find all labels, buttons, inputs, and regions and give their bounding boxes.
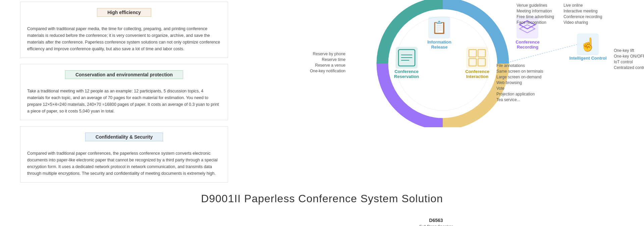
- svg-text:Centralized control: Centralized control: [614, 65, 644, 70]
- d6563-sublabel: Full Rang Speaker: [419, 224, 452, 226]
- svg-text:One-key notification: One-key notification: [310, 69, 345, 73]
- svg-text:Release: Release: [431, 45, 447, 50]
- card-header-efficiency: High efficiency: [20, 6, 228, 19]
- svg-text:Interactive meeting: Interactive meeting: [564, 9, 597, 13]
- svg-text:Free time advertising: Free time advertising: [517, 14, 554, 19]
- card-title-confidentiality: Confidentiality & Security: [85, 133, 163, 141]
- card-header-conservation: Conservation and environmental protectio…: [20, 68, 228, 81]
- svg-text:Large screen on-demand: Large screen on-demand: [496, 75, 541, 79]
- svg-text:Conference: Conference: [394, 69, 419, 74]
- diagram-svg: Conference Reservation 📋 Information Rel…: [241, 0, 644, 127]
- svg-text:Reservation: Reservation: [394, 74, 419, 79]
- svg-text:One-key ON/OFF: One-key ON/OFF: [614, 54, 644, 59]
- d6563-label: D6563: [429, 218, 443, 223]
- card-body-conservation: Take a traditional meeting with 12 peopl…: [20, 85, 228, 120]
- svg-text:Venue guidelines: Venue guidelines: [517, 3, 547, 8]
- svg-text:Reserve by phone: Reserve by phone: [313, 52, 346, 56]
- svg-text:Tea service...: Tea service...: [496, 97, 520, 102]
- svg-text:Interaction: Interaction: [466, 74, 489, 79]
- svg-text:Reserve time: Reserve time: [322, 57, 345, 62]
- svg-text:Live online: Live online: [564, 3, 583, 8]
- svg-text:☝: ☝: [580, 37, 596, 52]
- svg-text:Video sharing: Video sharing: [564, 20, 588, 25]
- node-information-release: 📋: [428, 17, 450, 39]
- svg-text:One-key lift: One-key lift: [614, 48, 634, 53]
- right-column: Conference Reservation 📋 Information Rel…: [241, 0, 644, 182]
- svg-text:File annotations: File annotations: [496, 63, 525, 68]
- page-wrapper: High efficiency Compared with traditiona…: [0, 0, 644, 226]
- svg-text:IoT control: IoT control: [614, 60, 633, 64]
- svg-text:Conference recording: Conference recording: [564, 14, 602, 19]
- feature-card-high-efficiency: High efficiency Compared with traditiona…: [20, 2, 228, 58]
- svg-text:Information: Information: [427, 40, 451, 45]
- svg-text:Meeting information: Meeting information: [517, 9, 552, 13]
- card-title-conservation: Conservation and environmental protectio…: [65, 70, 183, 79]
- svg-text:Same screen on terminals: Same screen on terminals: [496, 69, 543, 74]
- bottom-title: D9001II Paperless Conference System Solu…: [20, 193, 624, 205]
- svg-text:Conference: Conference: [516, 40, 540, 45]
- svg-text:Intelligent Control: Intelligent Control: [569, 56, 606, 61]
- card-title-efficiency: High efficiency: [97, 8, 151, 17]
- left-column: High efficiency Compared with traditiona…: [20, 0, 228, 182]
- card-body-confidentiality: Compared with traditional paper conferen…: [20, 147, 228, 182]
- node-conference-interaction: [466, 47, 488, 69]
- card-body-efficiency: Compared with traditional paper media, t…: [20, 23, 228, 58]
- svg-text:Projection application: Projection application: [496, 92, 535, 96]
- svg-text:📋: 📋: [432, 20, 447, 34]
- top-section: High efficiency Compared with traditiona…: [0, 0, 644, 182]
- node-intelligent-control: ☝: [577, 33, 599, 55]
- bottom-section: D9001II Paperless Conference System Solu…: [0, 182, 644, 226]
- svg-text:Recording: Recording: [517, 45, 538, 50]
- svg-line-50: [503, 45, 577, 64]
- svg-rect-12: [466, 47, 488, 69]
- feature-card-conservation: Conservation and environmental protectio…: [20, 64, 228, 120]
- product-speakers: D6563 Full Rang Speaker: [414, 218, 458, 226]
- svg-text:Web browsing: Web browsing: [496, 80, 522, 85]
- svg-text:Conference: Conference: [465, 69, 489, 74]
- svg-text:Reserve a venue: Reserve a venue: [315, 63, 345, 68]
- svg-text:Face recognition: Face recognition: [517, 20, 546, 25]
- svg-text:Vote: Vote: [496, 86, 504, 91]
- feature-card-confidentiality: Confidentiality & Security Compared with…: [20, 126, 228, 182]
- node-conference-reservation: [396, 47, 418, 69]
- card-header-confidentiality: Confidentiality & Security: [20, 131, 228, 143]
- diagram-svg-wrap: Conference Reservation 📋 Information Rel…: [241, 0, 644, 127]
